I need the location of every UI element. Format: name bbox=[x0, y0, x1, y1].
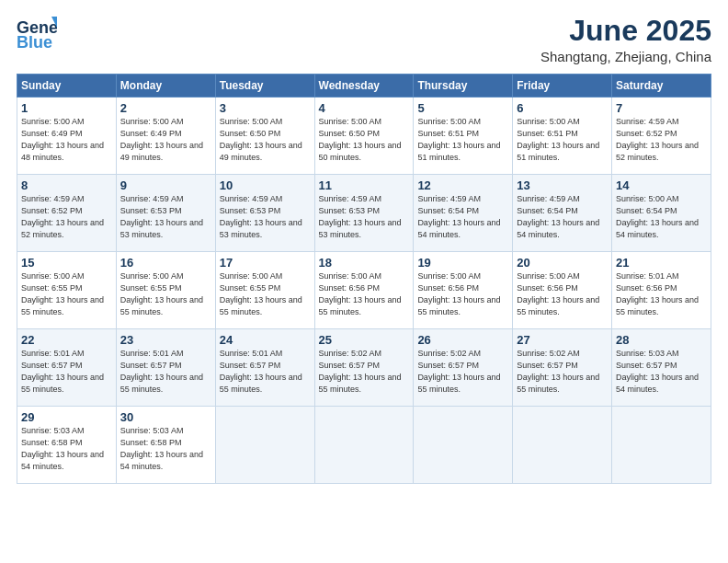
calendar-cell: 27Sunrise: 5:02 AMSunset: 6:57 PMDayligh… bbox=[513, 329, 612, 407]
calendar-cell: 5Sunrise: 5:00 AMSunset: 6:51 PMDaylight… bbox=[414, 98, 513, 175]
day-number: 13 bbox=[517, 178, 608, 192]
calendar-cell: 6Sunrise: 5:00 AMSunset: 6:51 PMDaylight… bbox=[513, 98, 612, 175]
day-info: Sunrise: 4:59 AMSunset: 6:53 PMDaylight:… bbox=[120, 193, 211, 241]
calendar-cell: 10Sunrise: 4:59 AMSunset: 6:53 PMDayligh… bbox=[215, 175, 314, 252]
calendar-table: SundayMondayTuesdayWednesdayThursdayFrid… bbox=[17, 74, 711, 484]
day-info: Sunrise: 5:00 AMSunset: 6:56 PMDaylight:… bbox=[417, 270, 508, 318]
calendar-cell bbox=[513, 407, 612, 484]
calendar-cell: 19Sunrise: 5:00 AMSunset: 6:56 PMDayligh… bbox=[414, 252, 513, 329]
day-info: Sunrise: 4:59 AMSunset: 6:52 PMDaylight:… bbox=[616, 116, 707, 164]
day-info: Sunrise: 5:00 AMSunset: 6:54 PMDaylight:… bbox=[616, 193, 707, 241]
day-info: Sunrise: 5:03 AMSunset: 6:58 PMDaylight:… bbox=[120, 425, 211, 473]
day-info: Sunrise: 5:01 AMSunset: 6:57 PMDaylight:… bbox=[220, 348, 311, 396]
day-info: Sunrise: 5:03 AMSunset: 6:58 PMDaylight:… bbox=[21, 425, 112, 473]
calendar-header: SundayMondayTuesdayWednesdayThursdayFrid… bbox=[17, 75, 711, 98]
calendar-week: 8Sunrise: 4:59 AMSunset: 6:52 PMDaylight… bbox=[17, 175, 711, 252]
day-info: Sunrise: 4:59 AMSunset: 6:54 PMDaylight:… bbox=[417, 193, 508, 241]
title-area: June 2025 Shangtang, Zhejiang, China bbox=[540, 15, 711, 64]
calendar-cell: 29Sunrise: 5:03 AMSunset: 6:58 PMDayligh… bbox=[17, 407, 117, 484]
calendar-cell: 4Sunrise: 5:00 AMSunset: 6:50 PMDaylight… bbox=[314, 98, 414, 175]
day-info: Sunrise: 5:02 AMSunset: 6:57 PMDaylight:… bbox=[417, 348, 508, 396]
calendar-cell: 17Sunrise: 5:00 AMSunset: 6:55 PMDayligh… bbox=[215, 252, 314, 329]
weekday-header: Monday bbox=[116, 75, 215, 98]
day-number: 21 bbox=[616, 256, 707, 270]
day-number: 10 bbox=[220, 178, 311, 192]
day-info: Sunrise: 5:00 AMSunset: 6:55 PMDaylight:… bbox=[220, 270, 311, 318]
day-info: Sunrise: 5:00 AMSunset: 6:49 PMDaylight:… bbox=[21, 116, 112, 164]
weekday-header: Tuesday bbox=[215, 75, 314, 98]
day-info: Sunrise: 5:01 AMSunset: 6:57 PMDaylight:… bbox=[21, 348, 112, 396]
day-info: Sunrise: 4:59 AMSunset: 6:52 PMDaylight:… bbox=[21, 193, 112, 241]
day-number: 6 bbox=[517, 101, 608, 115]
day-number: 17 bbox=[220, 256, 311, 270]
weekday-header: Wednesday bbox=[314, 75, 414, 98]
calendar-cell: 22Sunrise: 5:01 AMSunset: 6:57 PMDayligh… bbox=[17, 329, 117, 407]
day-info: Sunrise: 4:59 AMSunset: 6:53 PMDaylight:… bbox=[319, 193, 410, 241]
day-number: 15 bbox=[21, 256, 112, 270]
calendar-week: 22Sunrise: 5:01 AMSunset: 6:57 PMDayligh… bbox=[17, 329, 711, 407]
calendar-cell: 16Sunrise: 5:00 AMSunset: 6:55 PMDayligh… bbox=[116, 252, 215, 329]
svg-text:Blue: Blue bbox=[17, 33, 52, 52]
calendar-cell: 30Sunrise: 5:03 AMSunset: 6:58 PMDayligh… bbox=[116, 407, 215, 484]
calendar-cell: 1Sunrise: 5:00 AMSunset: 6:49 PMDaylight… bbox=[17, 98, 117, 175]
day-number: 9 bbox=[120, 178, 211, 192]
day-info: Sunrise: 5:00 AMSunset: 6:51 PMDaylight:… bbox=[417, 116, 508, 164]
calendar-cell: 21Sunrise: 5:01 AMSunset: 6:56 PMDayligh… bbox=[612, 252, 711, 329]
calendar-cell bbox=[414, 407, 513, 484]
day-info: Sunrise: 5:00 AMSunset: 6:50 PMDaylight:… bbox=[220, 116, 311, 164]
day-number: 2 bbox=[120, 101, 211, 115]
day-number: 27 bbox=[517, 333, 608, 347]
calendar-cell bbox=[215, 407, 314, 484]
calendar-cell: 25Sunrise: 5:02 AMSunset: 6:57 PMDayligh… bbox=[314, 329, 414, 407]
calendar-cell: 18Sunrise: 5:00 AMSunset: 6:56 PMDayligh… bbox=[314, 252, 414, 329]
day-info: Sunrise: 4:59 AMSunset: 6:54 PMDaylight:… bbox=[517, 193, 608, 241]
calendar-cell: 24Sunrise: 5:01 AMSunset: 6:57 PMDayligh… bbox=[215, 329, 314, 407]
calendar-cell: 26Sunrise: 5:02 AMSunset: 6:57 PMDayligh… bbox=[414, 329, 513, 407]
day-number: 7 bbox=[616, 101, 707, 115]
day-number: 19 bbox=[417, 256, 508, 270]
day-number: 23 bbox=[120, 333, 211, 347]
day-info: Sunrise: 5:01 AMSunset: 6:57 PMDaylight:… bbox=[120, 348, 211, 396]
day-number: 5 bbox=[417, 101, 508, 115]
page: General Blue June 2025 Shangtang, Zhejia… bbox=[0, 0, 728, 563]
day-number: 30 bbox=[120, 410, 211, 424]
calendar-cell: 3Sunrise: 5:00 AMSunset: 6:50 PMDaylight… bbox=[215, 98, 314, 175]
day-number: 18 bbox=[319, 256, 410, 270]
calendar-week: 15Sunrise: 5:00 AMSunset: 6:55 PMDayligh… bbox=[17, 252, 711, 329]
calendar-week: 29Sunrise: 5:03 AMSunset: 6:58 PMDayligh… bbox=[17, 407, 711, 484]
day-number: 8 bbox=[21, 178, 112, 192]
day-number: 3 bbox=[220, 101, 311, 115]
day-info: Sunrise: 5:01 AMSunset: 6:56 PMDaylight:… bbox=[616, 270, 707, 318]
day-number: 26 bbox=[417, 333, 508, 347]
calendar-cell: 11Sunrise: 4:59 AMSunset: 6:53 PMDayligh… bbox=[314, 175, 414, 252]
day-number: 25 bbox=[319, 333, 410, 347]
day-info: Sunrise: 5:00 AMSunset: 6:51 PMDaylight:… bbox=[517, 116, 608, 164]
weekday-header: Thursday bbox=[414, 75, 513, 98]
calendar-week: 1Sunrise: 5:00 AMSunset: 6:49 PMDaylight… bbox=[17, 98, 711, 175]
day-info: Sunrise: 5:02 AMSunset: 6:57 PMDaylight:… bbox=[319, 348, 410, 396]
day-info: Sunrise: 5:00 AMSunset: 6:50 PMDaylight:… bbox=[319, 116, 410, 164]
calendar-cell bbox=[612, 407, 711, 484]
calendar-cell: 2Sunrise: 5:00 AMSunset: 6:49 PMDaylight… bbox=[116, 98, 215, 175]
day-info: Sunrise: 5:03 AMSunset: 6:57 PMDaylight:… bbox=[616, 348, 707, 396]
calendar-body: 1Sunrise: 5:00 AMSunset: 6:49 PMDaylight… bbox=[17, 98, 711, 484]
day-number: 14 bbox=[616, 178, 707, 192]
day-number: 20 bbox=[517, 256, 608, 270]
calendar-cell bbox=[314, 407, 414, 484]
day-number: 22 bbox=[21, 333, 112, 347]
calendar-cell: 28Sunrise: 5:03 AMSunset: 6:57 PMDayligh… bbox=[612, 329, 711, 407]
day-info: Sunrise: 5:00 AMSunset: 6:55 PMDaylight:… bbox=[21, 270, 112, 318]
day-number: 4 bbox=[319, 101, 410, 115]
logo: General Blue bbox=[17, 15, 59, 53]
calendar-cell: 9Sunrise: 4:59 AMSunset: 6:53 PMDaylight… bbox=[116, 175, 215, 252]
day-info: Sunrise: 5:00 AMSunset: 6:55 PMDaylight:… bbox=[120, 270, 211, 318]
weekday-header: Sunday bbox=[17, 75, 117, 98]
calendar-cell: 7Sunrise: 4:59 AMSunset: 6:52 PMDaylight… bbox=[612, 98, 711, 175]
header: General Blue June 2025 Shangtang, Zhejia… bbox=[17, 15, 711, 64]
day-number: 24 bbox=[220, 333, 311, 347]
calendar-cell: 13Sunrise: 4:59 AMSunset: 6:54 PMDayligh… bbox=[513, 175, 612, 252]
calendar-cell: 14Sunrise: 5:00 AMSunset: 6:54 PMDayligh… bbox=[612, 175, 711, 252]
weekday-header: Friday bbox=[513, 75, 612, 98]
calendar-cell: 23Sunrise: 5:01 AMSunset: 6:57 PMDayligh… bbox=[116, 329, 215, 407]
location-title: Shangtang, Zhejiang, China bbox=[540, 49, 711, 64]
